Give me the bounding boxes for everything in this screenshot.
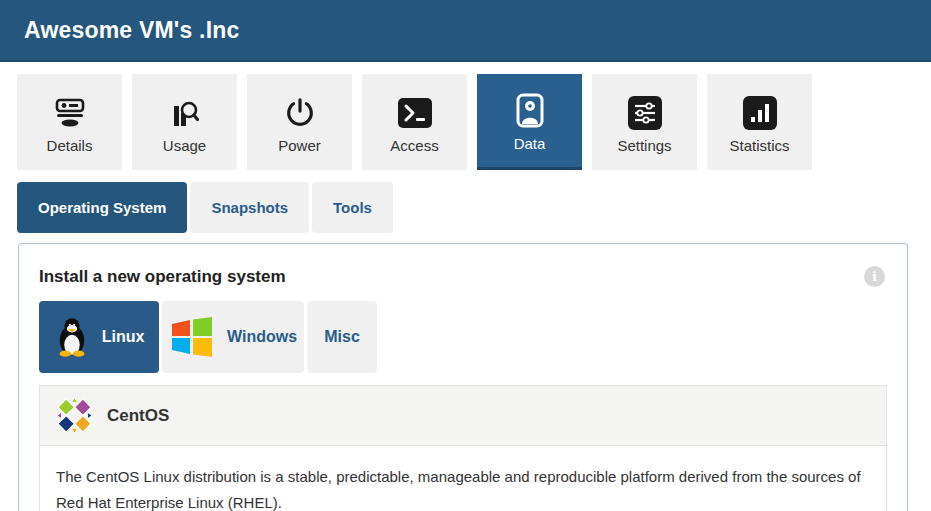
tab-power[interactable]: Power: [247, 74, 352, 170]
os-tab-misc[interactable]: Misc: [307, 301, 377, 373]
data-badge-icon: [513, 89, 547, 133]
install-os-panel: Install a new operating system i Linux: [18, 243, 908, 511]
tab-access[interactable]: Access: [362, 74, 467, 170]
sub-tab-bar: Operating System Snapshots Tools: [17, 182, 931, 233]
tab-data-label: Data: [514, 135, 546, 152]
subtab-operating-system-label: Operating System: [38, 199, 166, 216]
os-family-tab-bar: Linux Windows Misc: [39, 301, 907, 373]
chart-magnifier-icon: [169, 91, 201, 135]
os-card-centos-header[interactable]: CentOS: [40, 386, 886, 446]
info-icon[interactable]: i: [864, 266, 885, 287]
subtab-snapshots-label: Snapshots: [211, 199, 288, 216]
os-card-centos-name: CentOS: [107, 406, 169, 426]
tab-data[interactable]: Data: [477, 74, 582, 170]
tab-statistics-label: Statistics: [729, 137, 789, 154]
subtab-tools[interactable]: Tools: [312, 182, 393, 233]
panel-header: Install a new operating system i: [19, 244, 907, 301]
bar-chart-icon: [743, 91, 777, 135]
tab-power-label: Power: [278, 137, 321, 154]
main-tab-bar: Details Usage Power: [17, 74, 931, 170]
tab-details[interactable]: Details: [17, 74, 122, 170]
tab-access-label: Access: [390, 137, 438, 154]
tab-usage[interactable]: Usage: [132, 74, 237, 170]
panel-title: Install a new operating system: [39, 267, 286, 287]
os-tab-linux-label: Linux: [102, 328, 145, 346]
app-header: Awesome VM's .Inc: [0, 0, 931, 62]
os-card-centos: CentOS The CentOS Linux distribution is …: [39, 385, 887, 511]
app-title: Awesome VM's .Inc: [24, 17, 240, 44]
tab-settings[interactable]: Settings: [592, 74, 697, 170]
server-details-icon: [54, 91, 86, 135]
os-tab-misc-label: Misc: [324, 328, 360, 346]
os-card-centos-description: The CentOS Linux distribution is a stabl…: [40, 446, 886, 511]
os-tab-windows-label: Windows: [227, 328, 297, 346]
os-tab-linux[interactable]: Linux: [39, 301, 159, 373]
subtab-tools-label: Tools: [333, 199, 372, 216]
tab-details-label: Details: [47, 137, 93, 154]
subtab-operating-system[interactable]: Operating System: [17, 182, 187, 233]
centos-icon: [56, 397, 93, 434]
windows-icon: [169, 317, 215, 357]
os-tab-windows[interactable]: Windows: [162, 301, 304, 373]
terminal-icon: [398, 91, 432, 135]
power-icon: [284, 91, 316, 135]
tux-icon: [54, 317, 90, 357]
tab-usage-label: Usage: [163, 137, 206, 154]
subtab-snapshots[interactable]: Snapshots: [190, 182, 309, 233]
tab-statistics[interactable]: Statistics: [707, 74, 812, 170]
tab-settings-label: Settings: [617, 137, 671, 154]
sliders-icon: [628, 91, 662, 135]
